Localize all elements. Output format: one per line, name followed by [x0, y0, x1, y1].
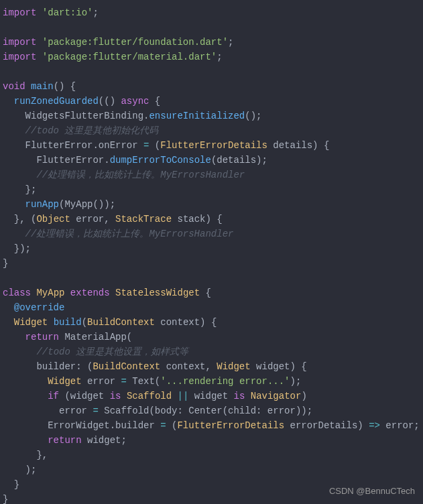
code-token: {	[149, 96, 160, 107]
code-token: void	[3, 81, 25, 92]
code-token: WidgetsFlutterBinding.	[3, 111, 149, 121]
code-token: error	[3, 405, 93, 416]
code-token: ErrorWidget.builder	[3, 420, 160, 431]
code-token	[3, 391, 48, 401]
code-token	[36, 37, 42, 48]
watermark-text: CSDN @BennuCTech	[329, 484, 415, 499]
code-token: import	[3, 7, 36, 18]
code-token: (MyApp());	[59, 199, 115, 210]
code-token: stack) {	[172, 214, 223, 225]
code-token: Text(	[127, 376, 160, 387]
code-token	[3, 435, 48, 446]
code-token: BuildContext	[87, 317, 155, 328]
code-token: @override	[14, 302, 65, 313]
code-token	[3, 376, 48, 387]
code-token: //处理错误，比如统计上传。MyErrorsHandler	[36, 170, 245, 180]
code-token: =>	[369, 420, 380, 431]
code-token: extends	[70, 288, 110, 298]
code-token: //todo 这里是其他设置，如样式等	[36, 346, 188, 357]
code-token: ();	[245, 111, 261, 121]
code-token: Scaffold	[127, 391, 172, 401]
code-token: //处理错误，比如统计上传。MyErrorsHandler	[25, 229, 234, 239]
code-token: {	[200, 288, 211, 298]
code-token: ;	[93, 7, 98, 18]
code-token	[64, 288, 70, 298]
code-token: import	[3, 37, 36, 48]
code-token: widget) {	[251, 361, 307, 372]
code-token: }	[3, 479, 19, 490]
code-token: 'package:flutter/material.dart'	[42, 52, 217, 62]
code-token	[3, 346, 36, 357]
code-token: is	[110, 391, 121, 401]
code-token: BuildContext	[93, 361, 160, 372]
code-token: 'package:flutter/foundation.dart'	[42, 37, 228, 48]
code-token	[3, 317, 14, 328]
code-token: Widget	[14, 317, 48, 328]
code-token: is	[234, 391, 245, 401]
code-token: build	[54, 317, 82, 328]
code-token: MaterialApp(	[59, 332, 132, 342]
code-token	[48, 317, 53, 328]
code-token	[3, 229, 25, 239]
code-token: details) {	[267, 140, 329, 151]
code-token: main	[31, 81, 54, 92]
code-token: error;	[380, 420, 420, 431]
code-token: widget;	[82, 435, 127, 446]
code-token: errorDetails)	[284, 420, 369, 431]
code-token: (widget	[59, 391, 110, 401]
code-token: Object	[36, 214, 70, 225]
code-token: return	[25, 332, 59, 342]
code-token	[36, 52, 42, 62]
code-token: //todo 这里是其他初始化代码	[25, 125, 159, 136]
code-token	[25, 81, 31, 92]
code-token: }	[3, 258, 8, 269]
code-token: ;	[217, 52, 222, 62]
code-token: },	[3, 450, 48, 460]
code-line	[3, 22, 8, 33]
code-token: Widget	[217, 361, 250, 372]
code-token: (details);	[211, 155, 267, 166]
code-token: context) {	[155, 317, 217, 328]
code-token: (	[149, 140, 160, 151]
code-token: ;	[228, 37, 233, 48]
code-token	[121, 391, 126, 401]
code-token: });	[3, 243, 31, 254]
code-token: (	[166, 420, 178, 431]
code-token: class	[3, 288, 31, 298]
code-token: )	[301, 391, 306, 401]
code-token: Scaffold(body: Center(child: error));	[99, 405, 312, 416]
code-token: 'dart:io'	[42, 7, 93, 18]
code-token: =	[121, 376, 126, 387]
code-token: FlutterError.onError	[3, 140, 143, 151]
code-token: FlutterErrorDetails	[177, 420, 284, 431]
code-token	[245, 391, 250, 401]
code-token: Widget	[48, 376, 81, 387]
code-line	[3, 273, 8, 284]
code-token: Navigator	[251, 391, 302, 401]
code-token	[3, 170, 36, 180]
code-token	[3, 302, 14, 313]
code-token: context,	[160, 361, 217, 372]
code-editor[interactable]: import 'dart:io'; import 'package:flutte…	[3, 5, 420, 504]
code-token: error	[82, 376, 121, 387]
code-token: ensureInitialized	[149, 111, 245, 121]
code-token	[172, 391, 177, 401]
code-token: FlutterErrorDetails	[160, 140, 267, 151]
code-token: runApp	[25, 199, 59, 210]
code-token: FlutterError.	[3, 155, 110, 166]
code-token	[36, 7, 42, 18]
code-token: if	[48, 391, 59, 401]
code-token: dumpErrorToConsole	[110, 155, 211, 166]
code-token: async	[121, 96, 149, 107]
code-token: MyApp	[36, 288, 64, 298]
code-token: };	[3, 184, 36, 195]
code-token: (()	[99, 96, 121, 107]
code-token: );	[290, 376, 302, 387]
code-token: ||	[178, 391, 189, 401]
code-token: widget	[188, 391, 233, 401]
code-token	[110, 288, 115, 298]
code-token: return	[48, 435, 81, 446]
code-token: error,	[70, 214, 115, 225]
code-line	[3, 66, 8, 77]
code-token: =	[93, 405, 98, 416]
